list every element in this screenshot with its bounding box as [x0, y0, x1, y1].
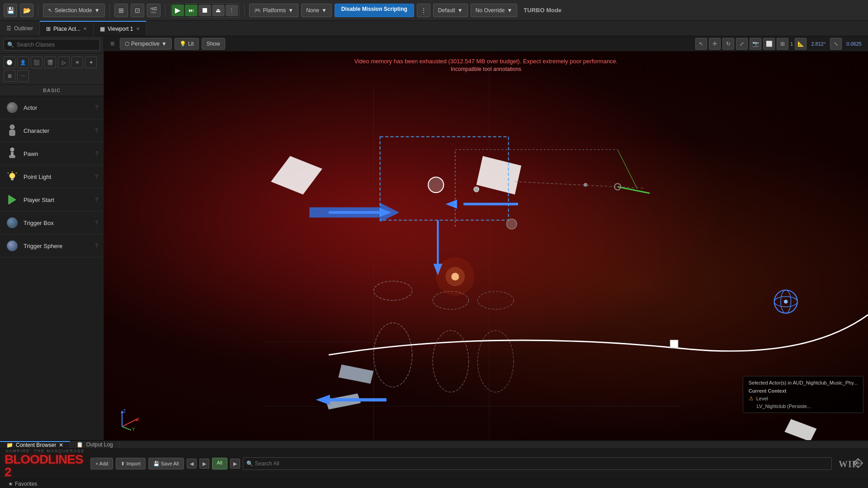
actor-help-player-start[interactable]: ? [95, 197, 98, 203]
selection-info: Selected Actor(s) in AUD_Nightclub_Music… [743, 376, 863, 413]
light-icon-btn[interactable]: ☀ [71, 56, 83, 68]
platforms-btn[interactable]: 🎮 Platforms ▼ [249, 4, 299, 17]
stop-btn[interactable]: ⏹ [198, 5, 211, 16]
more2-icon-btn[interactable]: ⋯ [17, 70, 29, 82]
eject-btn[interactable]: ⏏ [212, 5, 225, 16]
bottom-toolbar: + Add ⬆ Import 💾 Save All ◀ ▶ All ▶ 🔍 [90, 457, 832, 470]
grid-number: 1 [790, 41, 793, 47]
fx-icon-btn[interactable]: ✦ [85, 56, 97, 68]
save-all-btn[interactable]: 💾 Save All [148, 458, 184, 469]
perspective-btn[interactable]: ⬡ Perspective ▼ [120, 38, 172, 50]
snap-btn[interactable]: ⊞ [114, 4, 128, 17]
no-override-btn[interactable]: No Override ▼ [471, 4, 518, 17]
actor-item-actor[interactable]: Actor ? [0, 96, 104, 119]
svg-line-8 [8, 173, 9, 174]
angle-btn[interactable]: 📐 [795, 38, 807, 50]
tab-place-actors[interactable]: ⊞ Place Act... ✕ [40, 21, 94, 36]
content-browser-icon: 📁 [6, 442, 13, 448]
scale-btn[interactable]: ⤢ [736, 38, 748, 50]
rotate-btn[interactable]: ↻ [722, 38, 734, 50]
camera-btn[interactable]: 🎬 [147, 4, 160, 17]
person-icon-btn[interactable]: 👤 [17, 56, 29, 68]
import-btn[interactable]: ⬆ Import [116, 458, 145, 469]
selection-mode-btn[interactable]: ↖ Selection Mode ▼ [43, 4, 105, 17]
play-btn[interactable]: ▶ [171, 5, 184, 16]
nav-back-btn[interactable]: ◀ [187, 459, 197, 469]
platforms-chevron: ▼ [288, 7, 293, 14]
show-btn[interactable]: Show [202, 38, 225, 50]
actor-item-character[interactable]: Character ? [0, 119, 104, 142]
level-icon: ⚠ [749, 395, 754, 402]
tab-outliner[interactable]: ☰ Outliner [0, 21, 40, 36]
none-btn[interactable]: None ▼ [301, 4, 332, 17]
select-mode-btn[interactable]: ↖ [695, 38, 707, 50]
actor-help-trigger-sphere[interactable]: ? [95, 243, 98, 249]
actor-help-character[interactable]: ? [95, 127, 98, 134]
camera-speed-btn[interactable]: 📷 [750, 38, 761, 50]
shapes-icon-btn[interactable]: ⬛ [31, 56, 42, 68]
actor-item-player-start[interactable]: Player Start ? [0, 188, 104, 211]
film-icon-btn[interactable]: 🎬 [44, 56, 56, 68]
actor-help-pawn[interactable]: ? [95, 150, 98, 157]
search-classes-input[interactable] [4, 39, 100, 51]
more-play-btn[interactable]: ⋮ [226, 5, 238, 16]
search-all-icon: 🔍 [246, 460, 253, 467]
open-icon-btn[interactable]: 📂 [20, 4, 33, 17]
actor-item-trigger-sphere[interactable]: Trigger Sphere ? [0, 235, 104, 258]
actor-help-point-light[interactable]: ? [95, 174, 98, 180]
actor-name-character: Character [24, 127, 90, 134]
maximize-btn[interactable]: ⬜ [763, 38, 775, 50]
actor-name-point-light: Point Light [24, 174, 90, 180]
place-actors-icon: ⊞ [46, 26, 51, 32]
disable-mission-scripting-btn[interactable]: Disable Mission Scripting [335, 4, 414, 17]
lit-btn[interactable]: 💡 Lit [175, 38, 199, 50]
favorites-btn[interactable]: ★ Favorites [5, 479, 41, 488]
actor-item-pawn[interactable]: Pawn ? [0, 142, 104, 165]
grid-btn[interactable]: ⊡ [131, 4, 144, 17]
metric2: 0.0625 [844, 41, 864, 47]
actor-item-point-light[interactable]: Point Light ? [0, 165, 104, 188]
platforms-label: Platforms [263, 7, 286, 14]
outliner-tab-label: Outliner [14, 25, 33, 32]
all-btn[interactable]: All [212, 458, 227, 469]
scale-val-btn[interactable]: ⤡ [830, 38, 842, 50]
place-actors-close[interactable]: ✕ [83, 26, 87, 31]
viewport-toolbar: ≡ ⬡ Perspective ▼ 💡 Lit Show ↖ ✛ ↻ ⤢ 📷 ⬜… [104, 36, 868, 52]
add-btn[interactable]: + Add [90, 458, 113, 469]
no-override-label: No Override [476, 7, 505, 14]
brand-main: BLOODLINES 2 [5, 453, 86, 479]
viewport-close[interactable]: ✕ [136, 26, 140, 31]
actor-item-trigger-box[interactable]: Trigger Box ? [0, 211, 104, 235]
search-box: 🔍 [0, 36, 104, 54]
grid-icon-btn[interactable]: ⊞ [4, 70, 15, 82]
more-btn[interactable]: ⋮ [417, 4, 430, 17]
separator-2 [109, 4, 110, 17]
expand-btn[interactable]: ▶ [230, 459, 240, 469]
default-btn[interactable]: Default ▼ [433, 4, 468, 17]
viewport-canvas[interactable]: Video memory has been exhausted (3012.54… [104, 52, 868, 440]
step-btn[interactable]: ⏭ [185, 5, 198, 16]
point-light-svg [6, 170, 19, 183]
save-icon-btn[interactable]: 💾 [4, 4, 17, 17]
recent-icon-btn[interactable]: 🕐 [4, 56, 15, 68]
tab-viewport[interactable]: ▦ Viewport 1 ✕ [94, 21, 146, 36]
bottom-tabs: 📁 Content Browser ✕ 📋 Output Log [0, 441, 868, 449]
content-browser-tab[interactable]: 📁 Content Browser ✕ [0, 441, 70, 448]
viewport-menu-btn[interactable]: ≡ [108, 39, 117, 49]
grid-view-btn[interactable]: ⊞ [777, 38, 788, 50]
trigger-sphere-shape [7, 240, 18, 251]
translate-btn[interactable]: ✛ [709, 38, 721, 50]
bottom-content: VAMPIRE: THE MASQUERADE BLOODLINES 2 + A… [0, 449, 868, 479]
svg-line-9 [16, 173, 17, 174]
search-all-input[interactable] [243, 457, 832, 470]
anim-icon-btn[interactable]: ▷ [58, 56, 70, 68]
svg-point-2 [10, 148, 14, 151]
separator-1 [38, 4, 38, 17]
actor-help-trigger-box[interactable]: ? [95, 220, 98, 226]
actor-help-actor[interactable]: ? [95, 104, 98, 111]
player-start-svg [6, 193, 19, 206]
content-browser-label: Content Browser [16, 442, 56, 448]
nav-forward-btn[interactable]: ▶ [199, 459, 209, 469]
output-log-tab[interactable]: 📋 Output Log [70, 441, 119, 448]
content-browser-close[interactable]: ✕ [59, 442, 63, 448]
